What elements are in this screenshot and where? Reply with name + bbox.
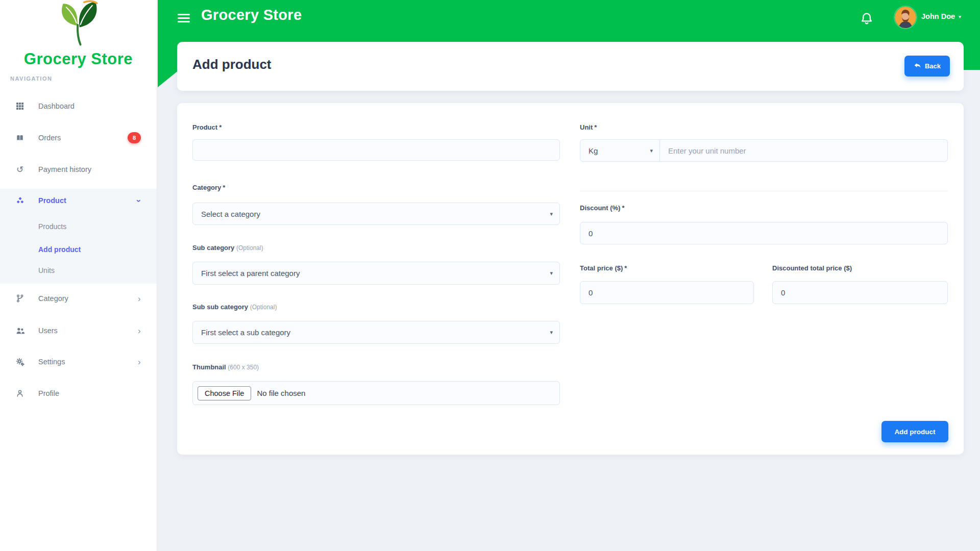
discount-input[interactable]: [580, 222, 948, 244]
chevron-right-icon: ›: [138, 294, 141, 303]
file-status-text: No file chosen: [257, 389, 305, 397]
sidebar-subitem-units[interactable]: Units: [0, 260, 157, 281]
chevron-right-icon: ›: [138, 327, 141, 335]
notifications-bell-icon[interactable]: [860, 11, 873, 26]
unit-number-input[interactable]: [660, 139, 948, 162]
sidebar-item-payment-history[interactable]: ↺ Payment history: [0, 159, 157, 180]
add-product-form-card: Product* Category* Select a category ▾ S…: [177, 103, 964, 455]
total-price-label: Total price ($)*: [580, 264, 627, 272]
caret-down-icon: ▾: [650, 147, 653, 154]
category-branch-icon: [14, 294, 26, 303]
sidebar-subitem-add-product[interactable]: Add product: [0, 239, 157, 260]
sidebar-item-label: Profile: [38, 389, 59, 397]
discount-label: Discount (%)*: [580, 204, 625, 212]
sub-sub-category-select-value: First select a sub category: [201, 328, 290, 337]
sub-category-select-value: First select a parent category: [201, 269, 300, 278]
sidebar-item-product[interactable]: Product ›: [0, 190, 157, 211]
sidebar-item-label: Settings: [38, 358, 65, 366]
unit-input-group: Kg ▾: [580, 139, 948, 162]
dashboard-grid-icon: [14, 102, 26, 110]
choose-file-button[interactable]: Choose File: [198, 386, 251, 400]
page-title: Add product: [192, 57, 272, 72]
sub-category-select[interactable]: First select a parent category ▾: [192, 262, 560, 285]
sub-sub-category-select[interactable]: First select a sub category ▾: [192, 321, 560, 344]
chevron-right-icon: ›: [138, 358, 141, 366]
sidebar-item-settings[interactable]: Settings ›: [0, 352, 157, 372]
sidebar-subitem-products[interactable]: Products: [0, 216, 157, 237]
history-icon: ↺: [14, 165, 26, 174]
sidebar-item-dashboard[interactable]: Dashboard: [0, 96, 157, 116]
users-group-icon: [14, 327, 26, 335]
discounted-total-price-input[interactable]: [772, 281, 948, 304]
sidebar: Grocery Store NAVIGATION Dashboard Order…: [0, 0, 157, 551]
app-screen: Grocery Store John Doe ▾: [0, 0, 980, 551]
caret-down-icon: ▾: [550, 270, 553, 277]
sidebar-item-profile[interactable]: Profile: [0, 383, 157, 404]
discounted-total-price-label: Discounted total price ($): [772, 264, 852, 272]
header-curve-decoration: [158, 70, 179, 87]
sidebar-item-orders[interactable]: Orders 8: [0, 128, 157, 148]
sub-sub-category-label: Sub sub category (Optional): [192, 303, 277, 311]
app-title: Grocery Store: [201, 7, 302, 23]
page-header-card: Add product Back: [177, 42, 964, 91]
back-button[interactable]: Back: [904, 56, 950, 77]
sidebar-item-label: Category: [38, 294, 68, 303]
caret-down-icon: ▾: [959, 14, 961, 19]
chevron-down-icon: ›: [135, 199, 143, 202]
brand-logo-leaves: [51, 0, 107, 50]
back-button-label: Back: [925, 62, 941, 70]
sub-category-label: Sub category (Optional): [192, 244, 263, 252]
sidebar-item-label: Add product: [38, 245, 81, 254]
thumbnail-file-input[interactable]: Choose File No file chosen: [192, 381, 560, 405]
sidebar-item-label: Product: [38, 196, 66, 205]
unit-select-value: Kg: [589, 146, 598, 155]
reply-arrow-icon: [914, 63, 921, 69]
sidebar-item-label: Dashboard: [38, 102, 75, 110]
category-select[interactable]: Select a category ▾: [192, 203, 560, 225]
user-name: John Doe: [921, 12, 955, 20]
profile-user-icon: [14, 389, 26, 397]
caret-down-icon: ▾: [550, 329, 553, 336]
hamburger-icon[interactable]: [178, 14, 190, 22]
category-label: Category*: [192, 184, 225, 191]
sidebar-item-label: Payment history: [38, 165, 91, 173]
total-price-input[interactable]: [580, 281, 754, 304]
user-avatar[interactable]: [895, 7, 916, 28]
orders-count-badge: 8: [128, 132, 141, 143]
product-label: Product*: [192, 123, 222, 131]
user-menu[interactable]: John Doe ▾: [921, 12, 961, 20]
sidebar-item-label: Products: [38, 222, 66, 231]
product-boxes-icon: [14, 196, 26, 205]
unit-select[interactable]: Kg ▾: [580, 139, 660, 162]
category-select-value: Select a category: [201, 210, 260, 218]
product-name-input[interactable]: [192, 139, 560, 161]
thumbnail-label: Thumbnail (600 x 350): [192, 363, 259, 371]
settings-cogs-icon: [14, 358, 26, 366]
brand-name: Grocery Store: [0, 50, 157, 68]
add-product-submit-button[interactable]: Add product: [881, 421, 948, 442]
sidebar-item-users[interactable]: Users ›: [0, 320, 157, 341]
menu-toggle-button[interactable]: [20, 13, 32, 22]
section-divider: [580, 191, 948, 191]
nav-section-label: NAVIGATION: [10, 76, 52, 82]
sidebar-item-category[interactable]: Category ›: [0, 288, 157, 309]
caret-down-icon: ▾: [550, 211, 553, 217]
sidebar-item-label: Units: [38, 266, 55, 274]
unit-label: Unit*: [580, 123, 597, 131]
orders-book-icon: [14, 134, 26, 142]
sidebar-item-label: Orders: [38, 134, 61, 142]
sidebar-item-label: Users: [38, 327, 58, 335]
